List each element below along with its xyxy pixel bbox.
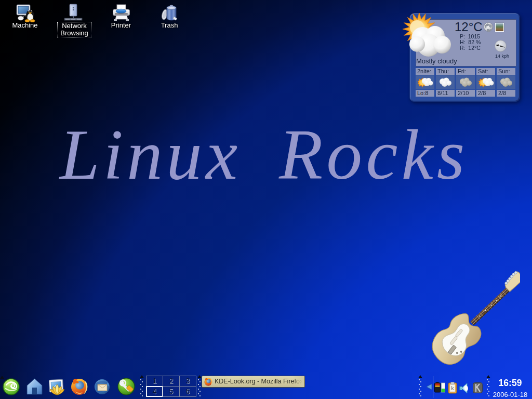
svg-text:k: k xyxy=(451,385,454,391)
